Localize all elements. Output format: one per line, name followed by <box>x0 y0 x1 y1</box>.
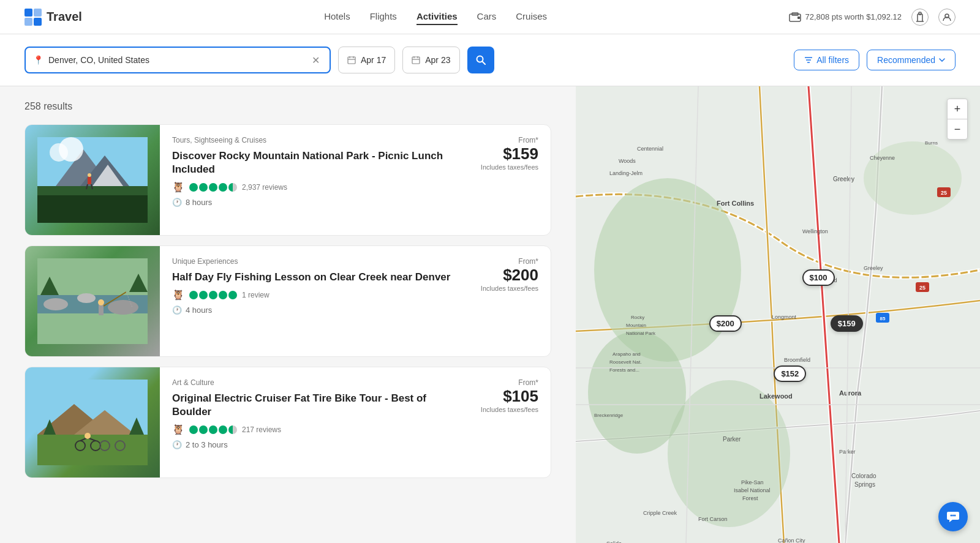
nav-hotels[interactable]: Hotels <box>324 9 350 25</box>
svg-text:Salida: Salida <box>606 541 622 543</box>
price-marker-200[interactable]: $200 <box>709 315 742 332</box>
svg-text:Fort Collins: Fort Collins <box>717 200 754 207</box>
header-right: 72,808 pts worth $1,092.12 <box>789 9 956 26</box>
rating-row-1: 🦉 2,937 reviews <box>172 181 459 193</box>
from-label-2: From* <box>471 257 538 266</box>
svg-point-42 <box>77 293 96 303</box>
svg-text:Mountain: Mountain <box>626 323 646 328</box>
search-button[interactable] <box>467 47 494 73</box>
main-content: 258 results <box>0 86 980 543</box>
svg-point-59 <box>85 433 91 439</box>
activity-category-1: Tours, Sightseeing & Cruises <box>172 136 459 144</box>
svg-rect-39 <box>37 313 148 344</box>
star-2-2 <box>199 291 208 299</box>
svg-point-65 <box>668 380 790 527</box>
map-svg: Fort Collins Greeley Centennial Woods La… <box>576 86 980 543</box>
activity-card[interactable]: Tours, Sightseeing & Cruises Discover Ro… <box>24 124 551 236</box>
clear-location-button[interactable]: ✕ <box>309 54 322 66</box>
zoom-controls: + − <box>947 99 968 140</box>
map-background: Fort Collins Greeley Centennial Woods La… <box>576 86 980 543</box>
svg-rect-32 <box>37 195 148 223</box>
all-filters-button[interactable]: All filters <box>794 50 859 70</box>
star-3-2 <box>199 425 208 434</box>
svg-rect-16 <box>412 57 420 64</box>
svg-rect-6 <box>797 17 800 19</box>
svg-text:Fort Carson: Fort Carson <box>698 516 728 522</box>
duration-label-1: 8 hours <box>186 198 212 207</box>
price-marker-152[interactable]: $152 <box>774 365 806 382</box>
stars-1 <box>189 183 237 192</box>
zoom-in-button[interactable]: + <box>948 99 967 119</box>
activity-info-1: Tours, Sightseeing & Cruises Discover Ro… <box>160 125 471 235</box>
svg-text:Forest: Forest <box>742 495 758 501</box>
end-date-picker[interactable]: Apr 23 <box>402 47 459 73</box>
stars-3 <box>189 425 237 434</box>
activity-image-1 <box>25 125 160 235</box>
svg-text:Broomfield: Broomfield <box>784 357 810 363</box>
review-count-2: 1 review <box>242 291 270 299</box>
main-nav: Hotels Flights Activities Cars Cruises <box>107 9 765 25</box>
svg-text:Woods: Woods <box>619 158 636 164</box>
star-1-4 <box>219 183 227 192</box>
recommended-button[interactable]: Recommended <box>867 50 956 70</box>
review-count-1: 2,937 reviews <box>242 183 287 192</box>
user-icon <box>943 13 951 21</box>
price-section-1: From* $159 Includes taxes/fees <box>471 125 551 235</box>
svg-text:Parker: Parker <box>723 436 741 443</box>
chat-icon <box>946 510 960 523</box>
svg-point-110 <box>952 515 954 517</box>
duration-row-1: 🕐 8 hours <box>172 198 459 207</box>
svg-text:Burns: Burns <box>925 140 938 146</box>
chat-button[interactable] <box>938 502 968 531</box>
search-area: 📍 ✕ Apr 17 Apr 23 <box>0 34 980 86</box>
svg-point-31 <box>59 137 83 162</box>
star-2-4 <box>219 291 227 299</box>
location-input[interactable] <box>48 55 309 65</box>
duration-row-3: 🕐 2 to 3 hours <box>172 440 459 449</box>
activity-card-3[interactable]: Art & Culture Original Electric Cruiser … <box>24 367 551 478</box>
zoom-out-button[interactable]: − <box>948 119 967 139</box>
svg-text:25: 25 <box>919 285 925 291</box>
logo-icon <box>24 9 42 26</box>
clock-icon-3: 🕐 <box>172 440 182 449</box>
svg-rect-2 <box>24 18 32 26</box>
activity-card-2[interactable]: Unique Experiences Half Day Fly Fishing … <box>24 245 551 357</box>
activity-title-2: Half Day Fly Fishing Lesson on Clear Cre… <box>172 271 459 284</box>
points-info: 72,808 pts worth $1,092.12 <box>789 12 902 22</box>
price-section-2: From* $200 Includes taxes/fees <box>471 246 551 356</box>
star-2-3 <box>209 291 217 299</box>
svg-text:Greeley: Greeley <box>833 176 854 182</box>
svg-point-34 <box>88 173 91 177</box>
activity-title-3: Original Electric Cruiser Fat Tire Bike … <box>172 392 459 419</box>
svg-text:Cañon City: Cañon City <box>778 537 805 543</box>
luggage-button[interactable] <box>911 9 929 26</box>
svg-line-21 <box>482 61 485 64</box>
svg-text:Pike-San: Pike-San <box>741 479 764 485</box>
activity-category-3: Art & Culture <box>172 378 459 387</box>
recommended-label: Recommended <box>877 55 935 65</box>
from-label-1: From* <box>471 136 538 144</box>
svg-text:Cheyenne: Cheyenne <box>870 155 895 161</box>
tripadvisor-icon-3: 🦉 <box>172 424 184 435</box>
svg-text:Rocky: Rocky <box>631 315 644 320</box>
star-3-3 <box>209 425 217 434</box>
price-marker-159[interactable]: $159 <box>831 315 863 332</box>
user-account-button[interactable] <box>938 9 956 26</box>
nav-cruises[interactable]: Cruises <box>516 9 547 25</box>
svg-rect-7 <box>918 14 922 21</box>
tripadvisor-icon-2: 🦉 <box>172 289 184 301</box>
logo[interactable]: Travel <box>24 9 82 26</box>
nav-cars[interactable]: Cars <box>477 9 497 25</box>
nav-flights[interactable]: Flights <box>370 9 397 25</box>
includes-label-3: Includes taxes/fees <box>471 406 538 413</box>
includes-label-1: Includes taxes/fees <box>471 163 538 171</box>
nav-activities[interactable]: Activities <box>417 9 458 25</box>
activity-title-1: Discover Rocky Mountain National Park - … <box>172 149 459 176</box>
activity-category-2: Unique Experiences <box>172 257 459 266</box>
price-marker-100[interactable]: $100 <box>802 269 835 286</box>
svg-text:Roosevelt Nat.: Roosevelt Nat. <box>609 359 641 365</box>
start-date-picker[interactable]: Apr 17 <box>338 47 395 73</box>
svg-rect-33 <box>88 177 91 184</box>
end-date-label: Apr 23 <box>425 55 450 65</box>
svg-rect-43 <box>99 304 104 315</box>
